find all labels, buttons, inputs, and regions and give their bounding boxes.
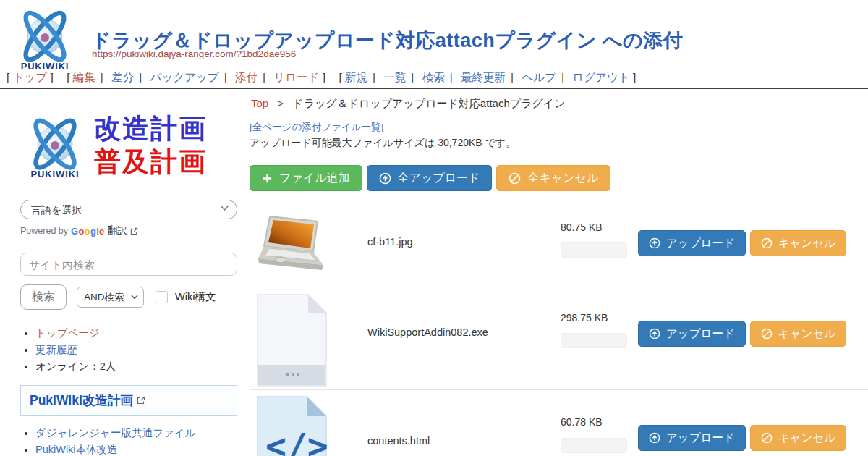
cancel-all-button[interactable]: 全キャンセル xyxy=(496,165,610,191)
file-row: </> contents.html 60.78 KB アップロード キャンセル xyxy=(250,389,868,456)
google-logo-text: Google xyxy=(71,226,105,237)
file-size: 298.75 KB xyxy=(561,312,608,324)
nav-link-top[interactable]: トップ xyxy=(13,71,48,83)
file-row: cf-b11.jpg 80.75 KB アップロード キャンセル xyxy=(250,208,868,290)
list-item: オンライン：2人 xyxy=(35,359,237,375)
sidebar-item-core-mod[interactable]: PukiWiki本体改造 xyxy=(35,444,118,455)
ban-icon xyxy=(761,328,773,339)
file-size: 60.78 KB xyxy=(561,416,603,428)
sidebar-banner[interactable]: 改造計画 普及計画 xyxy=(20,100,237,191)
breadcrumb-top-link[interactable]: Top xyxy=(251,97,268,109)
file-size: 80.75 KB xyxy=(561,221,603,233)
list-item: 更新履歴 xyxy=(35,342,237,358)
circle-arrow-up-icon xyxy=(649,328,660,339)
sidebar-quick-links: トップページ 更新履歴 オンライン：2人 xyxy=(20,326,237,374)
sidebar-section-pukiwiki-kaizo[interactable]: PukiWiki改造計画 xyxy=(20,385,237,416)
pukiwiki-attach-page: ドラッグ＆ドロップアップロード対応attachプラグイン への添付 https:… xyxy=(0,0,868,456)
nav-link-attach[interactable]: 添付 xyxy=(235,71,258,83)
add-files-button[interactable]: ファイル追加 xyxy=(250,165,362,191)
upload-progress-bar xyxy=(561,438,627,453)
wiki-syntax-checkbox[interactable] xyxy=(156,291,168,303)
sidebar-item-top-page[interactable]: トップページ xyxy=(35,327,100,339)
cancel-button[interactable]: キャンセル xyxy=(750,321,846,347)
file-name: WikiSupportAddin082.exe xyxy=(367,326,488,338)
upload-button[interactable]: アップロード xyxy=(638,321,746,347)
pukiwiki-atom-banner-icon xyxy=(20,111,90,180)
banner-fukyu-text: 普及計画 xyxy=(94,145,207,179)
upload-progress-bar xyxy=(561,242,627,258)
upload-progress-bar xyxy=(561,333,627,348)
language-select[interactable]: 言語を選択 xyxy=(20,200,237,219)
file-name: cf-b11.jpg xyxy=(367,236,413,248)
sidebar: 改造計画 普及計画 言語を選択 Powered by Google 翻訳 検索 xyxy=(20,100,237,456)
nav-link-backup[interactable]: バックアップ xyxy=(150,71,218,83)
nav-link-recent[interactable]: 最終更新 xyxy=(461,71,506,83)
ban-icon xyxy=(761,237,773,249)
top-navbar: [ トップ ] [ 編集| 差分| バックアップ| 添付| リロード ] [ 新… xyxy=(7,70,646,85)
ban-icon xyxy=(761,432,773,444)
file-name: contents.html xyxy=(367,435,430,447)
circle-arrow-up-icon xyxy=(379,172,391,185)
list-item: PukiWiki本体改造 xyxy=(35,442,237,456)
nav-group-site: [ 新規| 一覧| 検索| 最終更新| ヘルプ| ログアウト ] xyxy=(339,71,636,83)
upload-button[interactable]: アップロード xyxy=(638,230,746,256)
nav-group-page: [ 編集| 差分| バックアップ| 添付| リロード ] xyxy=(67,71,326,83)
upload-button[interactable]: アップロード xyxy=(638,425,746,451)
sidebar-plugin-links: ダジャレンジャー版共通ファイル PukiWiki本体改造 PukiWikiテキス… xyxy=(20,426,237,456)
nav-group-top: [ トップ ] xyxy=(7,71,54,83)
circle-arrow-up-icon xyxy=(649,237,660,249)
google-translate-attribution[interactable]: Powered by Google 翻訳 xyxy=(20,224,237,237)
pukiwiki-atom-logo-icon[interactable] xyxy=(12,3,78,72)
bulk-action-buttons: ファイル追加 全アップロード 全キャンセル xyxy=(250,165,610,191)
nav-link-new[interactable]: 新規 xyxy=(345,71,367,83)
banner-kaizo-text: 改造計画 xyxy=(94,112,207,145)
all-pages-attach-list-link[interactable]: [全ページの添付ファイル一覧] xyxy=(250,121,383,134)
nav-link-edit[interactable]: 編集 xyxy=(73,71,95,83)
online-status: オンライン：2人 xyxy=(35,360,116,372)
nav-link-reload[interactable]: リロード xyxy=(273,71,319,83)
list-item: ダジャレンジャー版共通ファイル xyxy=(35,426,237,442)
ban-icon xyxy=(509,172,521,185)
upload-file-list: cf-b11.jpg 80.75 KB アップロード キャンセル xyxy=(250,208,868,456)
nav-link-logout[interactable]: ログアウト xyxy=(572,71,629,83)
max-upload-size-text: アップロード可能最大ファイルサイズは 30,720KB です。 xyxy=(250,137,516,150)
sidebar-item-history[interactable]: 更新履歴 xyxy=(35,344,77,355)
file-icon-generic xyxy=(257,294,327,387)
list-item: トップページ xyxy=(35,326,237,342)
wiki-syntax-label: Wiki構文 xyxy=(175,290,216,304)
page-url-link[interactable]: https://pukiwiki.dajya-ranger.com/?1bd2d… xyxy=(92,48,296,59)
circle-arrow-up-icon xyxy=(649,432,660,444)
external-link-icon xyxy=(137,396,145,405)
search-button[interactable]: 検索 xyxy=(20,284,67,310)
nav-link-search[interactable]: 検索 xyxy=(422,71,445,83)
nav-link-list[interactable]: 一覧 xyxy=(383,71,406,83)
file-icon-html-code: </> xyxy=(257,396,327,456)
cancel-button[interactable]: キャンセル xyxy=(750,425,846,451)
navbar-divider xyxy=(0,88,868,89)
plus-icon xyxy=(262,173,273,184)
site-search-input[interactable] xyxy=(20,253,237,276)
nav-link-diff[interactable]: 差分 xyxy=(111,71,134,83)
external-link-icon xyxy=(130,227,138,235)
breadcrumb-current-page: ドラッグ＆ドロップアップロード対応attachプラグイン xyxy=(292,97,565,109)
upload-all-button[interactable]: 全アップロード xyxy=(367,165,493,191)
file-thumbnail-laptop-photo xyxy=(257,214,327,278)
breadcrumb: Top > ドラッグ＆ドロップアップロード対応attachプラグイン xyxy=(251,97,566,111)
cancel-button[interactable]: キャンセル xyxy=(750,230,846,256)
file-row: WikiSupportAddin082.exe 298.75 KB アップロード… xyxy=(250,290,868,389)
sidebar-item-common-files[interactable]: ダジャレンジャー版共通ファイル xyxy=(35,427,195,439)
search-mode-select[interactable]: AND検索 xyxy=(77,287,144,308)
svg-text:</>: </> xyxy=(265,426,327,456)
nav-link-help[interactable]: ヘルプ xyxy=(522,71,556,83)
